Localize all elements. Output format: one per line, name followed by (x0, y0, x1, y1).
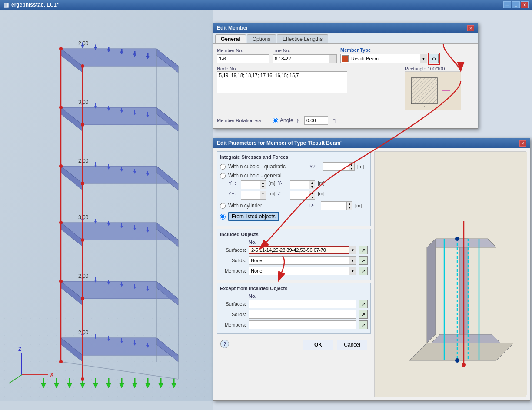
surfaces-dropdown-btn[interactable]: ▼ (349, 246, 356, 254)
y-minus-input[interactable] (290, 180, 309, 189)
svg-point-136 (81, 238, 84, 242)
cylinder-radio[interactable] (220, 203, 226, 209)
cuboid-quadratic-radio[interactable] (220, 164, 226, 170)
y-minus-down[interactable]: ▼ (309, 185, 315, 189)
line-no-select-btn[interactable]: … (329, 54, 337, 63)
z-minus-input[interactable] (290, 191, 309, 200)
minimize-button[interactable]: ─ (503, 1, 511, 8)
members-input[interactable] (249, 267, 349, 275)
member-type-select[interactable]: Result Beam... ▼ (340, 54, 427, 63)
beta-input[interactable] (304, 116, 328, 125)
from-listed-row: From listed objects (220, 212, 368, 221)
svg-rect-85 (95, 219, 96, 221)
surfaces-input[interactable] (249, 246, 349, 254)
cylinder-row: Within cylinder R: ▲ ▼ [m] (220, 201, 368, 210)
solids-select-btn[interactable]: ↗ (359, 256, 368, 265)
except-solids-select-btn[interactable]: ↗ (359, 310, 368, 319)
except-surfaces-select-btn[interactable]: ↗ (359, 300, 368, 308)
building-3d-svg: X Z (0, 10, 213, 401)
z-plus-up[interactable]: ▲ (260, 191, 266, 195)
member-type-dropdown-icon[interactable]: ▼ (420, 54, 427, 63)
cuboid-general-radio[interactable] (220, 173, 226, 179)
z-minus-down[interactable]: ▼ (309, 195, 315, 199)
y-minus-up[interactable]: ▲ (309, 181, 315, 185)
surfaces-label: Surfaces: (220, 247, 246, 253)
member-no-input[interactable] (217, 54, 269, 63)
cancel-button[interactable]: Cancel (337, 340, 367, 350)
result-beam-3d-preview (374, 151, 526, 397)
svg-rect-125 (147, 343, 148, 345)
svg-point-139 (59, 106, 63, 109)
svg-point-135 (59, 221, 63, 224)
except-no-header: No. (249, 293, 256, 299)
line-no-input[interactable] (273, 54, 329, 63)
r-input[interactable] (321, 201, 347, 210)
line-no-input-wrapper: … (273, 54, 337, 63)
yz-spin-down[interactable]: ▼ (349, 167, 354, 170)
except-panel: Except from Included Objects No. Surface… (217, 283, 371, 334)
maximize-button[interactable]: □ (512, 1, 520, 8)
member-type-color (342, 55, 349, 62)
y-plus-up[interactable]: ▲ (260, 181, 266, 185)
main-area: LC1 Loads [kN/m^2] X Z (0, 10, 532, 410)
cylinder-label: Within cylinder (220, 203, 307, 209)
from-listed-radio[interactable] (220, 214, 226, 220)
included-no-header: No. (249, 240, 256, 245)
cuboid-general-row: Within cuboid - general (220, 173, 368, 179)
r-spin-up[interactable]: ▲ (347, 202, 352, 206)
line-no-label: Line No. (273, 48, 337, 53)
y-plus-spin: ▲ ▼ (260, 180, 266, 189)
result-beam-close-button[interactable]: ✕ (519, 140, 526, 147)
except-members-label: Members: (220, 322, 246, 327)
svg-rect-45 (147, 53, 148, 56)
help-button[interactable]: ? (220, 340, 229, 348)
z-plus-input[interactable] (241, 191, 260, 200)
member-no-row: Member No. Line No. … Member Type (217, 47, 474, 63)
member-type-label: Member Type (340, 47, 439, 53)
members-dropdown-btn[interactable]: ▼ (349, 267, 356, 275)
close-button[interactable]: ✕ (521, 1, 529, 8)
ok-button[interactable]: OK (303, 340, 333, 350)
svg-rect-101 (95, 277, 96, 280)
except-surfaces-input[interactable] (249, 300, 356, 308)
z-plus-down[interactable]: ▼ (260, 195, 266, 199)
surfaces-select-btn[interactable]: ↗ (359, 246, 368, 254)
except-members-select-btn[interactable]: ↗ (359, 320, 368, 329)
edit-member-close-button[interactable]: ✕ (467, 25, 474, 31)
yz-input[interactable] (323, 162, 349, 171)
solids-dropdown-btn[interactable]: ▼ (349, 256, 356, 265)
except-members-input[interactable] (249, 320, 356, 329)
from-listed-label: From listed objects (228, 212, 279, 221)
surfaces-input-wrapper: ▼ (249, 246, 356, 254)
svg-rect-19 (108, 378, 109, 383)
y-plus-down[interactable]: ▼ (260, 185, 266, 189)
cross-section-row: Node No. 5,19; 19,18; 18,17; 17,16; 16,1… (217, 66, 474, 110)
included-no-header-row: No. (220, 240, 368, 246)
member-no-label: Member No. (217, 48, 269, 53)
y-plus-input[interactable] (241, 180, 260, 189)
node-no-input[interactable]: 5,19; 19,18; 18,17; 17,16; 16,15; 15,7 (217, 71, 347, 93)
r-spin-down[interactable]: ▼ (347, 206, 352, 210)
tab-options[interactable]: Options (247, 34, 276, 43)
z-minus-unit: [m] (318, 191, 324, 200)
yz-spin-up[interactable]: ▲ (349, 163, 354, 167)
angle-radio[interactable] (273, 118, 278, 123)
edit-member-dialog: Edit Member ✕ General Options Effective … (213, 23, 478, 129)
svg-marker-148 (409, 343, 514, 360)
except-solids-input[interactable] (249, 310, 356, 319)
svg-rect-73 (121, 167, 122, 169)
included-objects-title: Included Objects (220, 232, 368, 237)
svg-rect-27 (160, 378, 161, 383)
z-minus-up[interactable]: ▲ (309, 191, 315, 195)
svg-rect-53 (95, 103, 96, 106)
solids-input[interactable] (249, 256, 349, 265)
angle-radio-label: Angle (273, 117, 293, 123)
cuboid-general-z-inputs: Z+: ▲ ▼ [m] Z-: (220, 191, 368, 200)
members-select-btn[interactable]: ↗ (359, 267, 368, 275)
member-type-icon-button[interactable]: ⚙ (429, 54, 439, 63)
cuboid-general-inputs: Y+: ▲ ▼ [m] Y-: (220, 180, 368, 189)
tab-general[interactable]: General (215, 34, 246, 43)
tab-effective-lengths[interactable]: Effective Lengths (277, 34, 328, 43)
member-no-group: Member No. (217, 48, 269, 63)
except-solids-row: Solids: ↗ (220, 310, 368, 319)
